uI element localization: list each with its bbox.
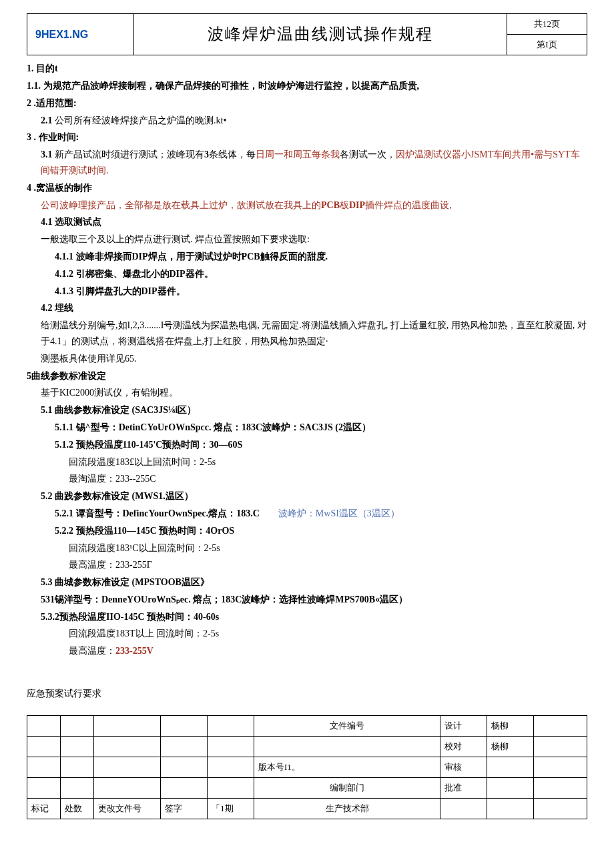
document-header: 9HEX1.NG 波峰焊炉温曲线测试操作规程 共12页 第I页 [27,13,587,55]
doc-code-cell: 9HEX1.NG [27,14,134,55]
text-4-red-e: 插件焊点的温度曲设, [365,200,452,210]
text-4-red-a: 公司波峥理接产品，全部都是放在载具上过炉，故测试放在我具上的 [41,200,321,210]
cell-check-label: 校对 [440,736,487,757]
table-row: 版本号I1。 审核 [27,757,587,778]
paragraph-4-1-2: 4.1.2 引梆密集、爆盘北小的DIP器件。 [27,266,587,282]
text-2-1: 公司所有经波峰焊接产品之炉温的晚测.kt• [53,115,227,125]
num-2-1: 2.1 [41,115,53,125]
paragraph-5-2-2b: 回流段温度183¹C以上回流时间：2-5s [27,540,587,556]
paragraph-4-2-body2: 测墨板具体使用详见65. [27,351,587,367]
cell-dept-label: 编制部门 [254,778,440,799]
cell-version-label: 版本号I1。 [254,757,440,778]
footer-heading: 应急预案试行要求 [27,686,587,702]
paragraph-4-2-body1: 给测温线分别编号,如I,2,3.......I号测温线为探温热电偶, 无需固定.… [27,318,587,350]
text-5-3-2c-b: 233-255V [115,646,154,656]
text-4-red-b: PCB [321,200,340,210]
cell-sign: 签字 [161,799,208,819]
cell-design-label: 设计 [440,715,487,736]
heading-5-3: 5.3 曲城参数标准设定 (MPSTOOB温区》 [27,574,587,590]
section-4-heading: 4 .窝温板的制作 [27,180,587,196]
paragraph-5-intro: 基于KIC2000测试仪，有铅制程。 [27,385,587,401]
doc-title-cell: 波峰焊炉温曲线测试操作规程 [134,14,507,55]
paragraph-5-1-1: 5.1.1 锡^型号：DetinCYoUrOWnSpcc. 熔点：183C波峰炉… [27,420,587,436]
text-5-2-1a: 5.2.1 谭音型号：DefincYourOwnSpec.熔点：183.C [55,508,260,518]
section-2-heading: 2 .适用范围: [27,95,587,111]
paragraph-5-3-2: 5.3.2预热段温度IIO-145C 预热时间：40-60s [27,609,587,625]
page-current-cell: 第I页 [507,35,587,55]
table-row: 编制部门 批准 [27,778,587,799]
paragraph-4-1-3: 4.1.3 引脚焊盘孔大的DIP器件。 [27,284,587,300]
text-5-2-1b: 波峰炉：MwSI温区（3温区） [278,508,400,518]
paragraph-4-1-1: 4.1.1 波峰非焊接而DIP焊点，用于测试过炉时PCB触得反面的甜度. [27,249,587,265]
text-3-1-d: 条线体，每 [209,149,256,159]
paragraph-5-1-2c: 最淘温度：233--255C [27,471,587,487]
paragraph-1-1: 1.1. 为规范产品波峥焊接制程，确保产品焊接的可推性，时波峥炉海进行监控，以提… [27,78,587,94]
section-5-heading: 5曲线参数标准设定 [27,368,587,384]
page-total-cell: 共12页 [507,14,587,35]
footer-table: 文件编号 设计 杨柳 校对 杨柳 版本号I1。 审核 编制部门 批准 标记 处数… [27,715,587,819]
text-5-3-2c-a: 最高温度： [69,646,115,656]
cell-dept-value: 生产技术部 [254,799,440,819]
paragraph-5-1-2: 5.1.2 预热段温度110-145'C预热时间：30—60S [27,437,587,453]
paragraph-4-1-body: 一般选取三个及以上的焊点进行测试. 焊点位置按照如下要求选取: [27,232,587,248]
paragraph-5-2-2c: 最高温度：233-255Γ [27,557,587,573]
paragraph-2-1: 2.1 公司所有经波峰焊接产品之炉温的晚测.kt• [27,113,587,129]
heading-5-2: 5.2 曲践参数标准设定 (MWS1.温区） [27,488,587,504]
table-row: 文件编号 设计 杨柳 [27,715,587,736]
section-1-heading: 1. 目的t [27,61,587,77]
text-4-red-c: 板 [340,200,349,210]
heading-4-1: 4.1 选取测试点 [27,214,587,230]
cell-review-label: 审核 [440,757,487,778]
table-row: 标记 处数 更改文件号 签字 「1期 生产技术部 [27,799,587,819]
cell-period: 「1期 [208,799,254,819]
paragraph-5-2-2: 5.2.2 预热段温110—145C 预热时间：4OrOS [27,523,587,539]
text-3-1-red1: 日周一和周五每条我 [256,149,340,159]
heading-5-1: 5.1 曲线参数标准设定 (SAC3JS⅛i区） [27,402,587,418]
section-3-heading: 3 . 作业时间: [27,129,587,145]
cell-count: 处数 [61,799,94,819]
paragraph-4-red: 公司波峥理接产品，全部都是放在载具上过炉，故测试放在我具上的PCB板DIP插件焊… [27,197,587,213]
cell-check-value: 杨柳 [487,736,534,757]
paragraph-5-1-2b: 回流段温度183£以上回流时间：2-5s [27,454,587,470]
cell-doc-number-label: 文件编号 [254,715,440,736]
paragraph-3-1: 3.1 新产品试流时须进行测试；波峰现有3条线体，每日周一和周五每条我各测试一次… [27,147,587,179]
text-4-red-d: DIP [349,200,365,210]
text-3-1-b: 新产品试流时须进行测试；波峰现有 [53,149,205,159]
document-body: 1. 目的t 1.1. 为规范产品波峥焊接制程，确保产品焊接的可推性，时波峥炉海… [27,61,587,659]
text-3-1-c: 3 [204,149,209,159]
cell-design-value: 杨柳 [487,715,534,736]
cell-change-doc: 更改文件号 [94,799,161,819]
cell-mark: 标记 [27,799,61,819]
table-row: 校对 杨柳 [27,736,587,757]
heading-4-2: 4.2 埋线 [27,300,587,316]
paragraph-5-3-2c: 最高温度：233-255V [27,643,587,659]
text-3-1-e: 各测试一次， [340,149,396,159]
paragraph-5-2-1: 5.2.1 谭音型号：DefincYourOwnSpec.熔点：183.C 波峰… [27,506,587,522]
num-3-1: 3.1 [41,149,53,159]
paragraph-5-3-1: 531锡洋型号：DenneYOUroWnSₚec. 熔点；183C波峰炉：选择性… [27,592,587,608]
cell-approve-label: 批准 [440,778,487,799]
paragraph-5-3-2b: 回流段温度183T以上 回流时间：2-5s [27,626,587,642]
